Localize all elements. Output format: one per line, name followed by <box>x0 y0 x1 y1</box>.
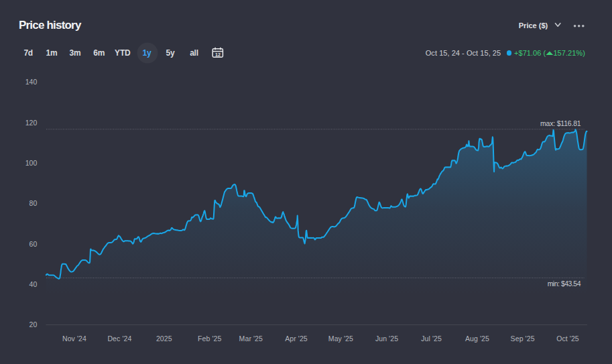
svg-text:2025: 2025 <box>156 335 172 343</box>
svg-text:Oct '25: Oct '25 <box>556 335 579 343</box>
svg-text:Jul '25: Jul '25 <box>421 335 442 343</box>
svg-text:80: 80 <box>29 199 38 207</box>
svg-text:min: $43.54: min: $43.54 <box>548 280 581 288</box>
svg-text:60: 60 <box>29 240 38 248</box>
svg-text:Mar '25: Mar '25 <box>239 335 263 343</box>
svg-text:20: 20 <box>29 320 38 328</box>
svg-text:May '25: May '25 <box>328 335 353 343</box>
svg-text:Apr '25: Apr '25 <box>285 335 308 343</box>
svg-text:Feb '25: Feb '25 <box>198 335 221 343</box>
svg-text:Sep '25: Sep '25 <box>511 335 535 343</box>
svg-text:40: 40 <box>29 280 38 288</box>
svg-text:Dec '24: Dec '24 <box>107 335 131 343</box>
svg-text:Aug '25: Aug '25 <box>465 335 489 343</box>
svg-text:Jun '25: Jun '25 <box>375 335 398 343</box>
svg-text:140: 140 <box>25 78 38 86</box>
svg-text:max: $116.81: max: $116.81 <box>540 119 581 127</box>
svg-text:100: 100 <box>25 159 38 167</box>
svg-text:Nov '24: Nov '24 <box>62 335 86 343</box>
svg-text:120: 120 <box>25 119 38 127</box>
